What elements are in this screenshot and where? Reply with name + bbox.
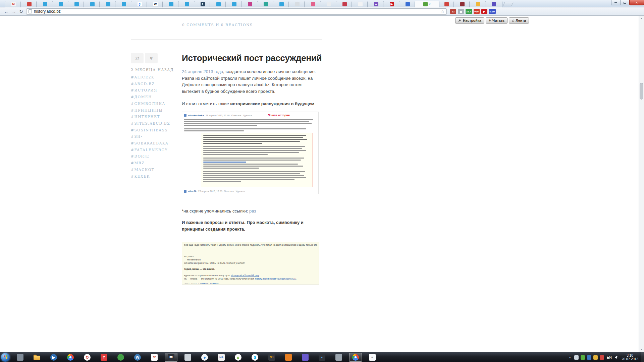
back-button[interactable]: ← xyxy=(3,9,10,14)
browser-tab[interactable] xyxy=(438,1,455,7)
volume-icon[interactable] xyxy=(614,355,619,359)
tag-link[interactable]: #ИСТОРИЯ xyxy=(131,87,181,94)
close-button[interactable]: × xyxy=(629,0,644,5)
browser-tab[interactable] xyxy=(257,1,274,7)
browser-tab[interactable] xyxy=(336,1,353,7)
browser-tab[interactable] xyxy=(399,1,416,7)
browser-tab[interactable] xyxy=(225,1,243,7)
new-tab-button[interactable] xyxy=(503,2,514,6)
minimize-button[interactable] xyxy=(611,0,620,5)
tag-link[interactable]: #СИМВОЛИКА xyxy=(131,101,181,107)
browser-tab[interactable]: t xyxy=(194,1,211,7)
browser-tab[interactable] xyxy=(288,1,306,7)
browser-tab[interactable]: × xyxy=(415,1,439,7)
extension-counter-red[interactable]: 12 xyxy=(450,9,456,14)
browser-tab[interactable] xyxy=(36,1,54,7)
taskbar-app-internet-explorer[interactable]: e xyxy=(198,353,211,362)
browser-tab[interactable]: W xyxy=(147,1,164,7)
date-link[interactable]: 24 апреля 2013 года xyxy=(182,69,223,74)
extension-counter-blue[interactable]: 0.6M xyxy=(489,9,496,14)
refresh-button[interactable]: ↻ xyxy=(17,9,25,14)
show-desktop-button[interactable] xyxy=(641,352,644,362)
browser-tab[interactable] xyxy=(469,1,487,7)
tag-link[interactable]: #SITES.ABCD.BZ xyxy=(131,120,181,127)
tag-link[interactable]: #FATALENERGY xyxy=(131,147,181,154)
settings-button[interactable]: Настройка xyxy=(455,17,484,23)
tray-app-green[interactable] xyxy=(581,355,585,360)
dashboard-button[interactable]: ⌂ Лента xyxy=(509,17,529,23)
follow-button[interactable]: + Читать xyxy=(486,17,507,23)
browser-tab[interactable] xyxy=(304,1,322,7)
tray-app-gray[interactable] xyxy=(574,355,579,360)
taskbar-app-green-messenger[interactable] xyxy=(114,353,127,362)
tag-link[interactable]: #SOSINTHEASS xyxy=(131,127,181,134)
tag-link[interactable]: #MRZ xyxy=(131,160,181,167)
browser-tab[interactable] xyxy=(485,1,502,7)
browser-tab[interactable] xyxy=(273,1,290,7)
maximize-button[interactable] xyxy=(620,0,629,5)
clock[interactable]: 3:10 20.07.2013 xyxy=(622,354,638,361)
taskbar-app-google-talk[interactable]: talk xyxy=(215,353,228,362)
browser-tab[interactable] xyxy=(162,1,180,7)
start-button[interactable] xyxy=(1,353,10,362)
browser-tab[interactable] xyxy=(99,1,117,7)
tab-close-icon[interactable]: × xyxy=(429,3,431,6)
reblog-button[interactable]: ⇄ xyxy=(131,53,144,63)
taskbar-app-system-monitor[interactable]: ▪ xyxy=(316,353,328,362)
tray-app-red[interactable] xyxy=(600,355,604,360)
browser-tab[interactable] xyxy=(352,1,369,7)
taskbar-app-kmplayer[interactable]: 321 xyxy=(265,353,278,362)
extension-plus-counter[interactable]: +20 xyxy=(474,9,480,14)
browser-tab[interactable] xyxy=(210,1,227,7)
comments-link[interactable]: 0 COMMENTS И 0 REACTIONS xyxy=(182,23,253,27)
taskbar-app-mail-client[interactable]: ✉ xyxy=(165,353,177,362)
browser-tab[interactable] xyxy=(115,1,132,7)
extension-table-tool[interactable]: ▦ xyxy=(458,9,464,14)
browser-tab[interactable] xyxy=(453,1,471,7)
tag-link[interactable]: #ПРИНЦИПЫ xyxy=(131,107,181,114)
browser-tab[interactable]: M xyxy=(5,1,22,7)
tag-link[interactable]: #KEXEK xyxy=(131,173,181,180)
address-bar[interactable]: history.abcd.bz ☆ xyxy=(26,8,447,15)
taskbar-app-opera[interactable]: O xyxy=(81,353,94,362)
taskbar-app-windows-explorer[interactable] xyxy=(31,353,43,362)
taskbar-app-skype[interactable]: S xyxy=(249,353,261,362)
scrollbar[interactable]: ▲ ▼ xyxy=(639,16,644,352)
tag-link[interactable]: #МАСКОТ xyxy=(131,167,181,173)
browser-tab[interactable] xyxy=(68,1,85,7)
taskbar-app-media-player[interactable]: ▶ xyxy=(47,353,60,362)
taskbar-app-wordpress[interactable]: W xyxy=(131,353,144,362)
tag-link[interactable]: #ДОМЕН xyxy=(131,94,181,101)
embedded-screenshot-forum[interactable]: alicekanbaka 23 апреля 2013, 12:46 Ответ… xyxy=(182,112,319,194)
taskbar-app-system-tool[interactable] xyxy=(14,353,26,362)
extension-money-counter[interactable]: 32.4 xyxy=(466,9,472,14)
tag-link[interactable]: #ABCD.BZ xyxy=(131,81,181,87)
taskbar-app-filezilla[interactable]: FZ xyxy=(148,353,161,362)
extension-youtube-tool[interactable]: ▶ xyxy=(481,9,487,14)
taskbar-app-yandex[interactable]: Y xyxy=(98,353,110,362)
forward-button[interactable]: → xyxy=(10,9,17,14)
language-indicator[interactable]: EN xyxy=(607,355,612,359)
taskbar-app-utorrent[interactable]: µ xyxy=(232,353,245,362)
tray-app-yellow[interactable] xyxy=(593,355,598,360)
browser-tab[interactable] xyxy=(52,1,69,7)
browser-tab[interactable] xyxy=(178,1,196,7)
tray-app-blue[interactable] xyxy=(587,355,591,360)
scroll-up-arrow[interactable]: ▲ xyxy=(639,16,644,21)
taskbar-app-chrome[interactable] xyxy=(349,353,362,362)
embedded-screenshot-chat[interactable]: bcd еще надо изменить текст и убрать ани… xyxy=(182,242,319,285)
browser-tab[interactable]: ▶ xyxy=(383,1,400,7)
browser-tab[interactable]: g xyxy=(131,1,148,7)
browser-tab[interactable] xyxy=(320,1,337,7)
taskbar-app-violet-app[interactable] xyxy=(299,353,312,362)
tag-link[interactable]: #SOBAKAEBAKA xyxy=(131,140,181,147)
tray-hidden-icons[interactable]: ▲ xyxy=(568,355,572,360)
tag-link[interactable]: #ИНТЕРНЕТ xyxy=(131,114,181,120)
browser-tab[interactable] xyxy=(84,1,101,7)
tag-link[interactable]: #SH- xyxy=(131,133,181,140)
taskbar-app-chrome-secondary[interactable] xyxy=(64,353,77,362)
tag-link[interactable]: #DORJE xyxy=(131,153,181,160)
browser-tab[interactable]: ▲ xyxy=(367,1,385,7)
scroll-down-arrow[interactable]: ▼ xyxy=(639,347,644,352)
bookmark-star-icon[interactable]: ☆ xyxy=(441,9,444,14)
